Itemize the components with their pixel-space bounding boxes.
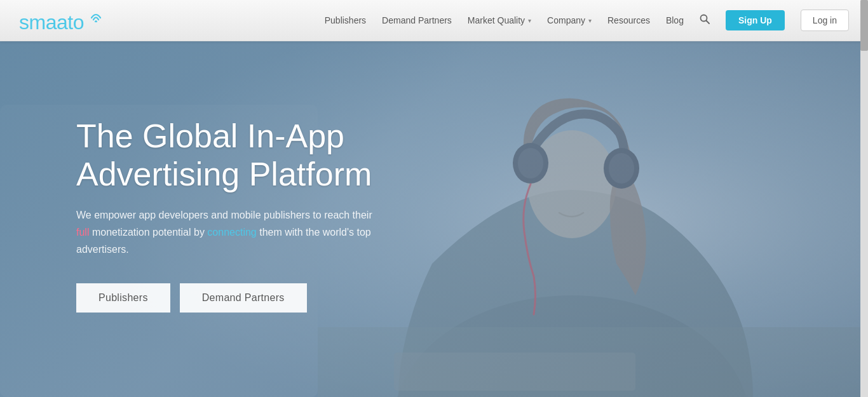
scrollbar[interactable] xyxy=(860,0,868,397)
logo[interactable]: smaato xyxy=(19,6,103,34)
hero-content: The Global In-AppAdvertising Platform We… xyxy=(76,118,381,313)
subtitle-part1: We empower app developers and mobile pub… xyxy=(76,210,372,220)
svg-line-1 xyxy=(706,21,709,24)
signup-button[interactable]: Sign Up xyxy=(726,10,785,30)
hero-buttons: Publishers Demand Partners xyxy=(76,283,381,313)
logo-text: smaato xyxy=(19,6,103,34)
nav-blog[interactable]: Blog xyxy=(666,15,684,25)
nav-demand-partners[interactable]: Demand Partners xyxy=(382,15,452,25)
nav-resources[interactable]: Resources xyxy=(607,15,650,25)
header: smaato Publishers Demand Partners Market… xyxy=(0,0,868,41)
hero-section: The Global In-AppAdvertising Platform We… xyxy=(0,41,868,397)
nav-company[interactable]: Company xyxy=(547,15,592,25)
logo-signal xyxy=(85,6,103,25)
publishers-button[interactable]: Publishers xyxy=(76,283,170,313)
hero-subtitle: We empower app developers and mobile pub… xyxy=(76,206,381,259)
nav-publishers[interactable]: Publishers xyxy=(325,15,366,25)
nav-market-quality[interactable]: Market Quality xyxy=(468,15,531,25)
main-nav: Publishers Demand Partners Market Qualit… xyxy=(325,10,849,31)
hero-title: The Global In-AppAdvertising Platform xyxy=(76,118,381,194)
subtitle-connecting: connecting xyxy=(207,227,256,238)
scrollbar-thumb[interactable] xyxy=(860,0,868,51)
search-icon[interactable] xyxy=(700,14,710,27)
login-button[interactable]: Log in xyxy=(801,10,849,31)
demand-partners-button[interactable]: Demand Partners xyxy=(180,283,307,313)
subtitle-full: full xyxy=(76,227,89,238)
subtitle-part2: monetization potential by xyxy=(89,227,207,238)
